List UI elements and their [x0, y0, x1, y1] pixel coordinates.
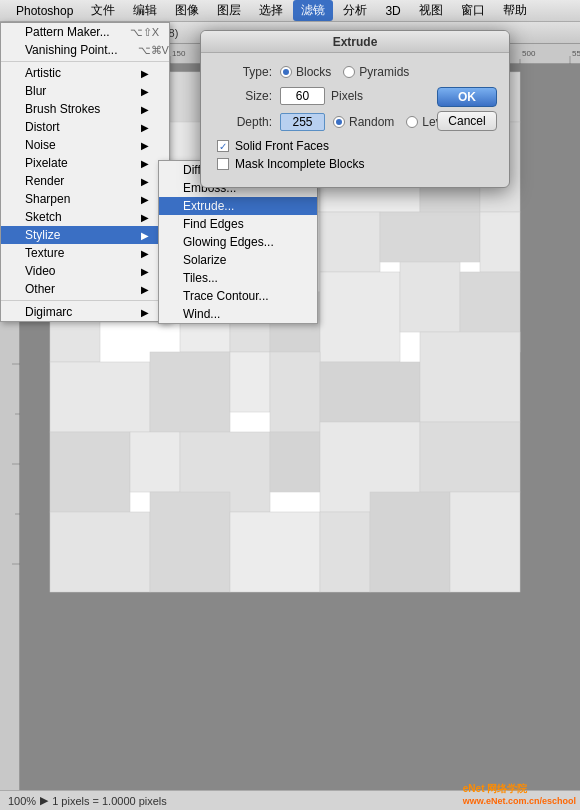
watermark: eNet 网络学院 www.eNet.com.cn/eschool: [463, 782, 576, 806]
size-unit: Pixels: [331, 89, 363, 103]
type-pyramids-label[interactable]: Pyramids: [343, 65, 409, 79]
menu-window[interactable]: 窗口: [453, 0, 493, 21]
complete-blocks-label: Mask Incomplete Blocks: [235, 157, 364, 171]
filter-sharpen[interactable]: Sharpen ▶: [1, 190, 169, 208]
svg-rect-59: [480, 212, 520, 272]
extrude-dialog: Extrude Type: Blocks Pyramids Size: Pixe…: [200, 30, 510, 188]
stylize-tiles[interactable]: Tiles...: [159, 269, 317, 287]
svg-rect-57: [320, 212, 380, 272]
filter-artistic[interactable]: Artistic ▶: [1, 64, 169, 82]
filter-stylize[interactable]: Stylize ▶: [1, 226, 169, 244]
stylize-glowing-edges[interactable]: Glowing Edges...: [159, 233, 317, 251]
filter-vanishing-point[interactable]: Vanishing Point... ⌥⌘V: [1, 41, 169, 59]
type-blocks-text: Blocks: [296, 65, 331, 79]
menu-image[interactable]: 图像: [167, 0, 207, 21]
depth-label: Depth:: [217, 115, 272, 129]
svg-rect-84: [370, 492, 450, 592]
filter-brush-strokes[interactable]: Brush Strokes ▶: [1, 100, 169, 118]
menu-photoshop[interactable]: Photoshop: [8, 2, 81, 20]
svg-rect-65: [320, 272, 400, 362]
cancel-button[interactable]: Cancel: [437, 111, 497, 131]
watermark-line2: www.eNet.com.cn/eschool: [463, 796, 576, 806]
type-pyramids-text: Pyramids: [359, 65, 409, 79]
svg-rect-72: [320, 362, 420, 422]
stylize-trace-contour[interactable]: Trace Contour...: [159, 287, 317, 305]
svg-text:500: 500: [522, 49, 536, 58]
type-pyramids-radio[interactable]: [343, 66, 355, 78]
filter-pixelate[interactable]: Pixelate ▶: [1, 154, 169, 172]
filter-render[interactable]: Render ▶: [1, 172, 169, 190]
menu-help[interactable]: 帮助: [495, 0, 535, 21]
menu-bar: Photoshop 文件 编辑 图像 图层 选择 滤镜 分析 3D 视图 窗口 …: [0, 0, 580, 22]
svg-rect-74: [50, 432, 130, 512]
menu-file[interactable]: 文件: [83, 0, 123, 21]
complete-blocks-row: Mask Incomplete Blocks: [217, 157, 493, 171]
menu-analyze[interactable]: 分析: [335, 0, 375, 21]
filter-video[interactable]: Video ▶: [1, 262, 169, 280]
complete-blocks-checkbox[interactable]: [217, 158, 229, 170]
svg-rect-80: [50, 512, 150, 592]
svg-rect-69: [150, 352, 230, 432]
svg-rect-82: [230, 512, 320, 592]
svg-rect-85: [450, 492, 520, 592]
dialog-title-bar: Extrude: [201, 31, 509, 53]
menu-filter[interactable]: 滤镜: [293, 0, 333, 21]
svg-rect-73: [420, 332, 520, 422]
svg-rect-70: [230, 352, 270, 412]
type-radio-group: Blocks Pyramids: [280, 65, 409, 79]
type-row: Type: Blocks Pyramids: [217, 65, 493, 79]
svg-rect-83: [320, 512, 370, 592]
dialog-body: Type: Blocks Pyramids Size: Pixels Depth…: [201, 53, 509, 187]
solid-faces-label: Solid Front Faces: [235, 139, 329, 153]
svg-text:150: 150: [172, 49, 186, 58]
filter-other[interactable]: Other ▶: [1, 280, 169, 298]
menu-layer[interactable]: 图层: [209, 0, 249, 21]
filter-pattern-maker[interactable]: Pattern Maker... ⌥⇧X: [1, 23, 169, 41]
filter-digimarc[interactable]: Digimarc ▶: [1, 303, 169, 321]
dialog-buttons: OK Cancel: [437, 87, 497, 131]
svg-rect-68: [50, 362, 150, 432]
type-blocks-label[interactable]: Blocks: [280, 65, 331, 79]
stylize-solarize[interactable]: Solarize: [159, 251, 317, 269]
stylize-wind[interactable]: Wind...: [159, 305, 317, 323]
status-text: 1 pixels = 1.0000 pixels: [52, 795, 167, 807]
filter-menu: Pattern Maker... ⌥⇧X Vanishing Point... …: [0, 22, 170, 322]
type-blocks-radio[interactable]: [280, 66, 292, 78]
svg-rect-66: [400, 262, 460, 332]
filter-distort[interactable]: Distort ▶: [1, 118, 169, 136]
menu-select[interactable]: 选择: [251, 0, 291, 21]
stylize-extrude[interactable]: Extrude...: [159, 197, 317, 215]
filter-blur[interactable]: Blur ▶: [1, 82, 169, 100]
type-label: Type:: [217, 65, 272, 79]
svg-text:550: 550: [572, 49, 580, 58]
stylize-find-edges[interactable]: Find Edges: [159, 215, 317, 233]
menu-view[interactable]: 视图: [411, 0, 451, 21]
svg-rect-75: [130, 432, 180, 492]
menu-edit[interactable]: 编辑: [125, 0, 165, 21]
depth-random-radio[interactable]: [333, 116, 345, 128]
svg-rect-81: [150, 492, 230, 592]
separator-2: [1, 300, 169, 301]
dialog-title: Extrude: [333, 35, 378, 49]
solid-faces-row: ✓ Solid Front Faces: [217, 139, 493, 153]
filter-texture[interactable]: Texture ▶: [1, 244, 169, 262]
ok-button[interactable]: OK: [437, 87, 497, 107]
depth-levelbased-radio[interactable]: [406, 116, 418, 128]
menu-3d[interactable]: 3D: [377, 2, 408, 20]
depth-random-label[interactable]: Random: [333, 115, 394, 129]
separator-1: [1, 61, 169, 62]
depth-input[interactable]: [280, 113, 325, 131]
svg-rect-77: [270, 432, 320, 492]
filter-noise[interactable]: Noise ▶: [1, 136, 169, 154]
size-label: Size:: [217, 89, 272, 103]
filter-sketch[interactable]: Sketch ▶: [1, 208, 169, 226]
size-input[interactable]: [280, 87, 325, 105]
svg-rect-58: [380, 212, 480, 262]
solid-faces-checkbox[interactable]: ✓: [217, 140, 229, 152]
svg-rect-71: [270, 352, 320, 432]
svg-rect-79: [420, 422, 520, 492]
depth-random-text: Random: [349, 115, 394, 129]
zoom-level: 100%: [8, 795, 36, 807]
watermark-line1: eNet 网络学院: [463, 782, 576, 796]
status-icon: ▶: [40, 794, 48, 807]
